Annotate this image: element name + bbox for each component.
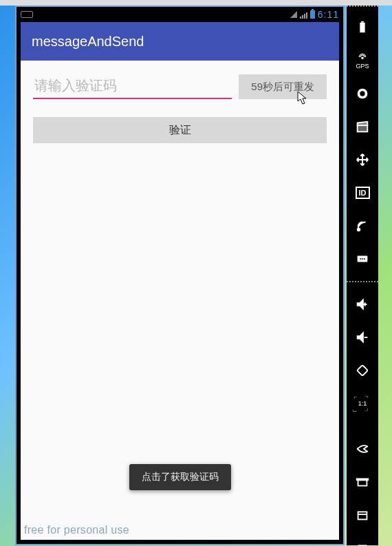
signal-icon xyxy=(290,11,297,18)
cell-icon xyxy=(300,11,307,19)
svg-point-2 xyxy=(362,57,363,59)
app-surface: messageAndSend 59秒后可重发 验证 点击了获取验证码 xyxy=(21,22,339,540)
status-clock: 6:11 xyxy=(318,9,339,20)
sms-tool-button[interactable] xyxy=(347,242,378,275)
svg-rect-13 xyxy=(357,479,369,480)
watermark-overlay: free for personal use xyxy=(24,524,129,536)
svg-point-6 xyxy=(358,229,360,231)
keyboard-icon xyxy=(21,11,33,18)
battery-tool-button[interactable] xyxy=(347,11,378,44)
id-tool-button[interactable]: ID xyxy=(347,176,378,209)
svg-rect-5 xyxy=(358,125,368,132)
resend-button[interactable]: 59秒后可重发 xyxy=(239,74,327,99)
id-label: ID xyxy=(356,187,370,199)
window-titlebar xyxy=(0,0,392,6)
mouse-cursor-icon xyxy=(297,91,308,106)
nav-home-button[interactable] xyxy=(347,465,378,498)
volume-up-button[interactable] xyxy=(347,288,378,321)
gps-tool-button[interactable]: GPS xyxy=(347,44,378,77)
rotate-button[interactable] xyxy=(347,354,378,387)
svg-rect-12 xyxy=(358,480,367,485)
nav-menu-button[interactable] xyxy=(347,532,378,546)
svg-rect-11 xyxy=(357,365,368,376)
emulator-device-frame: 6:11 messageAndSend 59秒后可重发 验证 点击了获取验证码 xyxy=(15,6,345,545)
svg-point-10 xyxy=(364,258,365,260)
app-title: messageAndSend xyxy=(32,34,144,50)
network-tool-button[interactable] xyxy=(347,209,378,242)
verification-code-input[interactable] xyxy=(33,74,232,99)
battery-icon xyxy=(310,10,315,19)
nav-recent-button[interactable] xyxy=(347,498,378,532)
svg-rect-14 xyxy=(358,512,367,519)
svg-point-8 xyxy=(360,258,361,260)
svg-rect-1 xyxy=(361,21,364,23)
android-status-bar: 6:11 xyxy=(17,7,343,22)
volume-down-button[interactable] xyxy=(347,321,378,354)
nav-back-button[interactable] xyxy=(347,432,378,465)
ratio-button[interactable]: ⌐ ¬ 1:1 ⌙ ⌏ xyxy=(347,387,378,420)
toast-text: 点击了获取验证码 xyxy=(142,471,219,482)
svg-point-4 xyxy=(360,91,364,96)
svg-rect-0 xyxy=(360,23,364,33)
content-area: 59秒后可重发 验证 xyxy=(21,61,339,143)
emulator-sidebar: GPS ID ⌐ ¬ 1:1 ⌙ ⌏ xyxy=(347,6,378,545)
camera-tool-button[interactable] xyxy=(347,77,378,110)
clapper-tool-button[interactable] xyxy=(347,110,378,143)
move-tool-button[interactable] xyxy=(347,143,378,176)
verify-button[interactable]: 验证 xyxy=(33,117,327,143)
gps-label: GPS xyxy=(356,63,369,70)
ratio-label: 1:1 xyxy=(352,400,373,407)
toast-message: 点击了获取验证码 xyxy=(129,464,231,490)
app-bar: messageAndSend xyxy=(21,22,339,61)
svg-point-9 xyxy=(362,258,363,260)
